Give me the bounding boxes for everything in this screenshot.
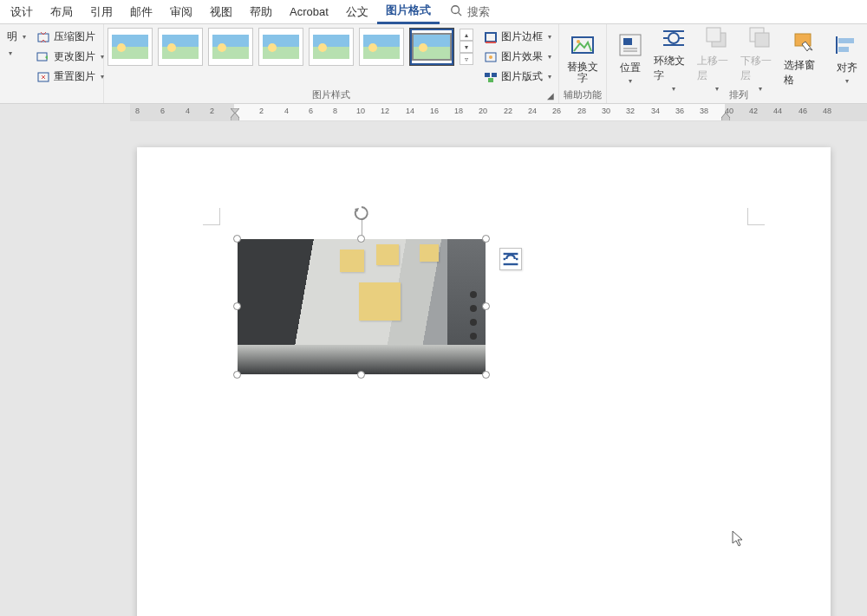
- layout-options-icon: [500, 249, 521, 269]
- document-canvas[interactable]: [0, 121, 867, 616]
- selected-image[interactable]: [238, 239, 486, 374]
- group-arrange: 位置▾ 环绕文字▾ 上移一层▾ 下移一层▾ 选择窗格 对齐▾: [607, 24, 867, 103]
- rotation-handle[interactable]: [353, 204, 370, 222]
- gallery-up-button[interactable]: ▴: [460, 29, 473, 41]
- align-button[interactable]: 对齐▾: [827, 28, 867, 87]
- svg-rect-5: [486, 33, 496, 42]
- compress-pictures-button[interactable]: 压缩图片: [33, 28, 108, 46]
- picture-layout-button[interactable]: 图片版式▾: [480, 68, 555, 86]
- left-indent-marker[interactable]: [231, 113, 239, 121]
- selection-pane-icon: [790, 29, 818, 56]
- svg-line-1: [458, 13, 461, 16]
- position-icon: [616, 31, 644, 59]
- svg-marker-31: [231, 113, 239, 121]
- picture-effects-button[interactable]: 图片效果▾: [480, 48, 555, 66]
- tab-view[interactable]: 视图: [201, 1, 241, 23]
- group-label-styles: 图片样式: [108, 87, 555, 103]
- resize-handle-w[interactable]: [233, 302, 241, 310]
- tab-picture-format[interactable]: 图片格式: [377, 0, 440, 24]
- tab-review[interactable]: 审阅: [161, 1, 201, 23]
- selection-pane-button[interactable]: 选择窗格: [784, 28, 824, 87]
- image-content: [238, 239, 486, 374]
- svg-rect-25: [755, 33, 769, 47]
- change-picture-icon: [36, 50, 50, 64]
- style-thumb-3[interactable]: [208, 28, 253, 66]
- change-picture-button[interactable]: 更改图片▾: [33, 48, 108, 66]
- style-thumb-4[interactable]: [258, 28, 303, 66]
- ribbon-tabs: 设计 布局 引用 邮件 审阅 视图 帮助 Acrobat 公文 图片格式 搜索: [0, 0, 867, 24]
- search-box[interactable]: 搜索: [450, 4, 490, 20]
- gallery-down-button[interactable]: ▾: [460, 41, 473, 53]
- bring-forward-button[interactable]: 上移一层▾: [697, 28, 737, 87]
- svg-point-0: [452, 6, 460, 14]
- svg-rect-23: [707, 28, 720, 42]
- picture-border-button[interactable]: 图片边框▾: [480, 28, 555, 46]
- svg-point-13: [577, 40, 580, 43]
- chevron-down-icon: ▾: [548, 73, 551, 81]
- unknown-dropdown[interactable]: ▾: [3, 48, 29, 59]
- style-thumb-1[interactable]: [108, 28, 153, 66]
- svg-rect-9: [485, 73, 490, 77]
- group-adjust: 明▾ ▾ 压缩图片 更改图片▾ 重置图片▾: [0, 24, 104, 103]
- reset-picture-button[interactable]: 重置图片▾: [33, 68, 108, 86]
- resize-handle-sw[interactable]: [233, 371, 241, 379]
- page[interactable]: [137, 147, 831, 616]
- svg-rect-3: [37, 53, 47, 61]
- svg-marker-32: [721, 113, 730, 121]
- cursor-icon: [732, 530, 746, 548]
- wrap-text-icon: [660, 24, 688, 52]
- alt-text-icon: [569, 32, 596, 60]
- compress-icon: [36, 30, 50, 44]
- search-icon: [450, 4, 462, 19]
- brightness-truncated[interactable]: 明▾: [3, 28, 29, 46]
- svg-rect-15: [623, 38, 632, 45]
- svg-rect-29: [838, 47, 849, 52]
- resize-handle-s[interactable]: [357, 371, 365, 379]
- alt-text-button[interactable]: 替换文字: [563, 28, 603, 87]
- tab-mailings[interactable]: 邮件: [121, 1, 161, 23]
- resize-handle-nw[interactable]: [233, 235, 241, 243]
- tab-layout[interactable]: 布局: [42, 1, 81, 23]
- style-thumb-6[interactable]: [359, 28, 404, 66]
- picture-layout-icon: [484, 70, 498, 84]
- style-thumb-2[interactable]: [158, 28, 203, 66]
- style-thumb-7[interactable]: [409, 28, 454, 66]
- chevron-down-icon: ▾: [845, 77, 849, 85]
- send-backward-button[interactable]: 下移一层▾: [740, 28, 780, 87]
- tab-design[interactable]: 设计: [2, 1, 42, 23]
- chevron-down-icon: ▾: [548, 53, 551, 61]
- chevron-down-icon: ▾: [548, 33, 551, 41]
- layout-options-flyout[interactable]: [499, 248, 522, 270]
- bring-forward-icon: [703, 24, 731, 52]
- picture-border-icon: [484, 30, 498, 44]
- svg-rect-11: [488, 78, 493, 82]
- position-button[interactable]: 位置▾: [610, 28, 650, 87]
- margin-guide-top-right: [747, 208, 765, 225]
- resize-handle-n[interactable]: [357, 235, 365, 243]
- group-accessibility: 替换文字 辅助功能: [559, 24, 607, 103]
- tab-help[interactable]: 帮助: [241, 1, 281, 23]
- tab-references[interactable]: 引用: [81, 1, 121, 23]
- group-label-arrange: 排列: [610, 87, 867, 103]
- picture-effects-icon: [484, 50, 498, 64]
- style-thumb-5[interactable]: [309, 28, 354, 66]
- horizontal-ruler[interactable]: 8 6 4 2 2 4 6 8 10 12 14 16 18 20 22 24 …: [130, 104, 867, 121]
- resize-handle-e[interactable]: [482, 302, 490, 310]
- styles-dialog-launcher[interactable]: ◢: [544, 89, 557, 101]
- align-icon: [833, 31, 861, 59]
- wrap-text-button[interactable]: 环绕文字▾: [654, 28, 694, 87]
- svg-rect-10: [492, 73, 497, 77]
- gallery-more-button[interactable]: ▿: [460, 53, 473, 65]
- right-indent-marker[interactable]: [721, 113, 730, 121]
- chevron-down-icon: ▾: [9, 49, 12, 57]
- resize-handle-ne[interactable]: [482, 235, 490, 243]
- group-label-accessibility: 辅助功能: [563, 87, 603, 103]
- ribbon: 明▾ ▾ 压缩图片 更改图片▾ 重置图片▾: [0, 24, 867, 104]
- margin-guide-top-left: [203, 208, 220, 225]
- tab-acrobat[interactable]: Acrobat: [281, 2, 337, 22]
- gallery-scroll: ▴ ▾ ▿: [460, 29, 473, 65]
- search-placeholder: 搜索: [467, 4, 490, 20]
- group-picture-styles: ▴ ▾ ▿ 图片边框▾ 图片效果▾ 图片版式▾: [104, 24, 559, 103]
- resize-handle-se[interactable]: [482, 371, 490, 379]
- tab-gongwen[interactable]: 公文: [337, 1, 377, 23]
